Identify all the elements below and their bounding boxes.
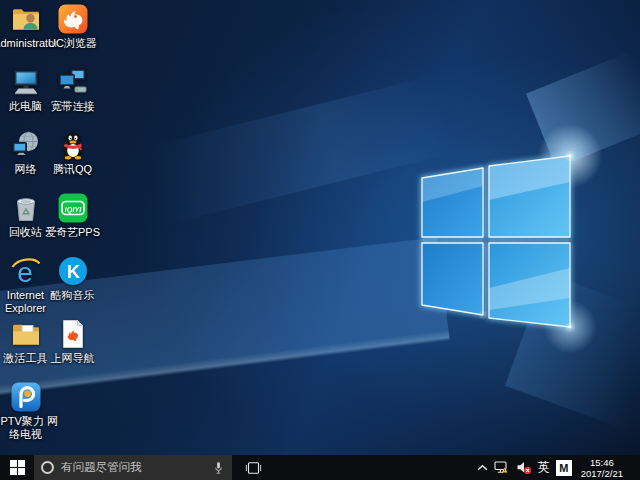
desktop-icon-this-pc[interactable]: 此电脑 <box>2 66 49 129</box>
task-view-icon <box>245 461 262 475</box>
kugou-music-icon: K <box>57 255 89 287</box>
desktop-icon-web-navigation[interactable]: 上网导航 <box>49 318 96 381</box>
desktop-icon-administrator[interactable]: Administrator <box>2 3 49 66</box>
desktop-icon-uc-browser[interactable]: UC浏览器 <box>49 3 96 66</box>
desktop-icon-recycle-bin[interactable]: 回收站 <box>2 192 49 255</box>
desktop-wallpaper: Administrator 此电脑 <box>0 0 640 455</box>
pptv-icon <box>10 381 42 413</box>
desktop-icon-tencent-qq[interactable]: 腾讯QQ <box>49 129 96 192</box>
desktop-icon-label: 爱奇艺PPS <box>38 226 108 239</box>
task-view-button[interactable] <box>238 455 268 480</box>
taskbar: 有问题尽管问我 <box>0 455 640 480</box>
this-pc-icon <box>10 66 42 98</box>
start-button[interactable] <box>0 455 34 480</box>
desktop-icon-internet-explorer[interactable]: e Internet Explorer <box>2 255 49 318</box>
desktop-icon-label: 腾讯QQ <box>38 163 108 176</box>
system-tray: 英 M 15:46 2017/2/21 <box>477 455 640 480</box>
activation-folder-icon: e <box>10 318 42 350</box>
web-navigation-icon <box>57 318 89 350</box>
desktop-icon-iqiyi-pps[interactable]: iQIYI 爱奇艺PPS <box>49 192 96 255</box>
internet-explorer-icon: e <box>10 255 42 287</box>
desktop-icon-label: 酷狗音乐 <box>38 289 108 302</box>
recycle-bin-icon <box>10 192 42 224</box>
clock-time: 15:46 <box>581 457 623 468</box>
svg-text:K: K <box>67 262 80 282</box>
desktop-icon-network[interactable]: 网络 <box>2 129 49 192</box>
desktop-icon-activation-tool[interactable]: e 激活工具 <box>2 318 49 381</box>
cortana-search-box[interactable]: 有问题尽管问我 <box>34 455 232 480</box>
windows-logo-wallpaper <box>402 140 588 340</box>
uc-browser-icon <box>57 3 89 35</box>
cortana-icon <box>41 461 54 474</box>
desktop-icon-kugou-music[interactable]: K 酷狗音乐 <box>49 255 96 318</box>
desktop-icon-broadband-connection[interactable]: 宽带连接 <box>49 66 96 129</box>
ime-language-indicator[interactable]: 英 <box>538 459 550 476</box>
qq-penguin-icon <box>57 129 89 161</box>
desktop-icon-label: 上网导航 <box>38 352 108 365</box>
network-status-icon[interactable] <box>494 460 510 475</box>
desktop-icon-grid: Administrator 此电脑 <box>2 3 96 444</box>
folder-user-icon <box>10 3 42 35</box>
hidden-icons-chevron[interactable] <box>477 464 488 471</box>
broadband-connection-icon <box>57 66 89 98</box>
microphone-icon[interactable] <box>212 461 225 475</box>
volume-muted-icon[interactable] <box>516 460 532 475</box>
taskbar-clock[interactable]: 15:46 2017/2/21 <box>578 457 627 479</box>
desktop-icon-pptv[interactable]: PPTV聚力 网络电视 <box>2 381 49 444</box>
taskbar-empty-area <box>268 455 477 480</box>
network-globe-icon <box>10 129 42 161</box>
svg-text:iQIYI: iQIYI <box>64 205 81 214</box>
iqiyi-icon: iQIYI <box>57 192 89 224</box>
desktop-icon-label: PPTV聚力 网络电视 <box>0 415 61 441</box>
clock-date: 2017/2/21 <box>581 468 623 479</box>
desktop-icon-label: UC浏览器 <box>38 37 108 50</box>
desktop-icon-label: 宽带连接 <box>38 100 108 113</box>
ime-mode-icon[interactable]: M <box>556 460 572 476</box>
windows-start-icon <box>10 460 25 475</box>
search-placeholder: 有问题尽管问我 <box>61 460 205 475</box>
